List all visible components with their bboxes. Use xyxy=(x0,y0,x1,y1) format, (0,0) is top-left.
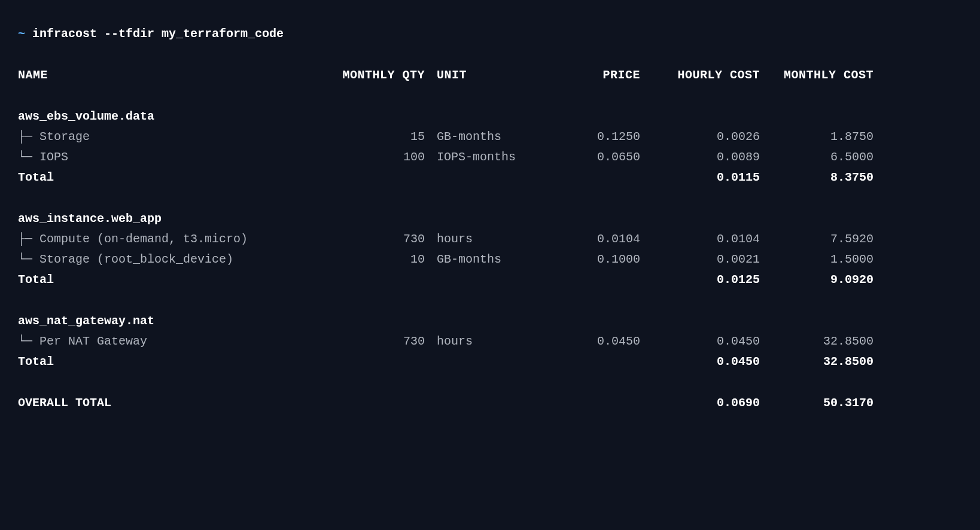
item-hourly: 0.0026 xyxy=(646,127,760,147)
header-qty: MONTHLY QTY xyxy=(335,65,437,86)
item-price: 0.1250 xyxy=(556,127,646,147)
table-row: ├─ Storage15GB-months0.12500.00261.8750 xyxy=(18,127,962,147)
item-qty: 100 xyxy=(335,147,437,167)
resource-title: aws_nat_gateway.nat xyxy=(18,311,335,331)
table-header: NAME MONTHLY QTY UNIT PRICE HOURLY COST … xyxy=(18,65,962,86)
resource-title: aws_instance.web_app xyxy=(18,209,335,229)
item-monthly: 1.5000 xyxy=(760,249,874,270)
group-total-row: Total0.045032.8500 xyxy=(18,352,962,372)
item-qty: 730 xyxy=(335,331,437,352)
item-hourly: 0.0021 xyxy=(646,249,760,270)
group-total-row: Total0.01259.0920 xyxy=(18,270,962,290)
item-price: 0.0450 xyxy=(556,331,646,352)
overall-total-row: OVERALL TOTAL 0.0690 50.3170 xyxy=(18,393,962,413)
tree-prefix: └─ xyxy=(18,150,39,164)
item-price: 0.0104 xyxy=(556,229,646,249)
item-hourly: 0.0104 xyxy=(646,229,760,249)
header-name: NAME xyxy=(18,65,335,86)
item-name: Compute (on-demand, t3.micro) xyxy=(39,232,248,246)
tree-prefix: ├─ xyxy=(18,232,39,246)
table-row: └─ Storage (root_block_device)10GB-month… xyxy=(18,249,962,270)
header-monthly: MONTHLY COST xyxy=(760,65,874,86)
tree-prefix: ├─ xyxy=(18,130,39,144)
total-monthly: 32.8500 xyxy=(760,352,874,372)
header-unit: UNIT xyxy=(437,65,556,86)
item-name: IOPS xyxy=(39,150,68,164)
total-hourly: 0.0125 xyxy=(646,270,760,290)
item-monthly: 32.8500 xyxy=(760,331,874,352)
resource-group: aws_ebs_volume.data├─ Storage15GB-months… xyxy=(18,106,962,188)
overall-hourly: 0.0690 xyxy=(646,393,760,413)
header-hourly: HOURLY COST xyxy=(646,65,760,86)
tree-prefix: └─ xyxy=(18,252,39,266)
table-row: └─ IOPS100IOPS-months0.06500.00896.5000 xyxy=(18,147,962,167)
table-row: └─ Per NAT Gateway730hours0.04500.045032… xyxy=(18,331,962,352)
item-unit: hours xyxy=(437,229,556,249)
resource-group: aws_instance.web_app├─ Compute (on-deman… xyxy=(18,209,962,290)
header-price: PRICE xyxy=(556,65,646,86)
item-monthly: 6.5000 xyxy=(760,147,874,167)
total-hourly: 0.0450 xyxy=(646,352,760,372)
group-total-row: Total0.01158.3750 xyxy=(18,167,962,188)
item-name: Storage xyxy=(39,130,90,144)
cost-table: NAME MONTHLY QTY UNIT PRICE HOURLY COST … xyxy=(18,65,962,413)
total-label: Total xyxy=(18,352,335,372)
item-hourly: 0.0089 xyxy=(646,147,760,167)
total-label: Total xyxy=(18,270,335,290)
total-hourly: 0.0115 xyxy=(646,167,760,188)
item-monthly: 7.5920 xyxy=(760,229,874,249)
resource-group: aws_nat_gateway.nat└─ Per NAT Gateway730… xyxy=(18,311,962,372)
item-qty: 10 xyxy=(335,249,437,270)
item-name: Per NAT Gateway xyxy=(39,334,147,348)
total-monthly: 9.0920 xyxy=(760,270,874,290)
item-monthly: 1.8750 xyxy=(760,127,874,147)
item-unit: GB-months xyxy=(437,249,556,270)
item-hourly: 0.0450 xyxy=(646,331,760,352)
item-unit: GB-months xyxy=(437,127,556,147)
overall-label: OVERALL TOTAL xyxy=(18,393,335,413)
resource-title: aws_ebs_volume.data xyxy=(18,106,335,127)
item-qty: 15 xyxy=(335,127,437,147)
item-price: 0.0650 xyxy=(556,147,646,167)
item-unit: hours xyxy=(437,331,556,352)
command-prompt: ~ infracost --tfdir my_terraform_code xyxy=(18,24,962,44)
item-price: 0.1000 xyxy=(556,249,646,270)
overall-monthly: 50.3170 xyxy=(760,393,874,413)
tree-prefix: └─ xyxy=(18,334,39,348)
command-text: infracost --tfdir my_terraform_code xyxy=(32,27,284,41)
item-qty: 730 xyxy=(335,229,437,249)
table-row: ├─ Compute (on-demand, t3.micro)730hours… xyxy=(18,229,962,249)
item-name: Storage (root_block_device) xyxy=(39,252,233,266)
total-monthly: 8.3750 xyxy=(760,167,874,188)
item-unit: IOPS-months xyxy=(437,147,556,167)
total-label: Total xyxy=(18,167,335,188)
prompt-symbol: ~ xyxy=(18,27,25,41)
